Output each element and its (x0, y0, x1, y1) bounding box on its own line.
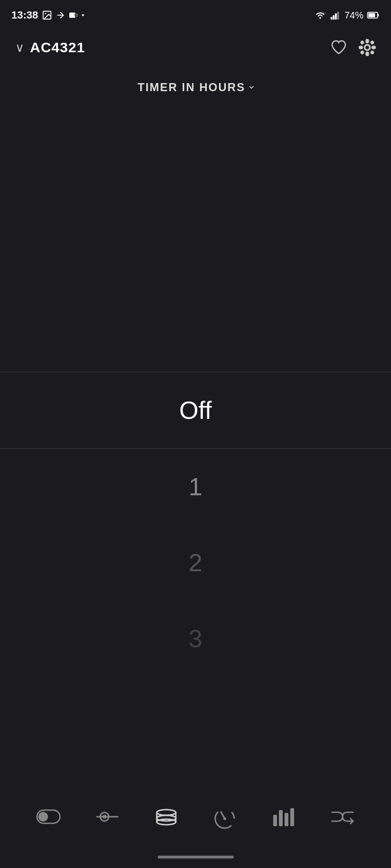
svg-rect-16 (366, 39, 369, 43)
svg-rect-13 (378, 14, 379, 16)
svg-point-29 (157, 810, 176, 815)
svg-rect-22 (361, 51, 364, 54)
svg-rect-42 (290, 808, 294, 826)
svg-rect-20 (361, 41, 364, 44)
back-chevron-icon[interactable]: ∨ (15, 40, 24, 55)
picker-item-2[interactable]: 2 (0, 525, 391, 601)
nav-slider[interactable] (95, 804, 120, 829)
svg-point-5 (319, 17, 321, 19)
svg-rect-9 (335, 13, 337, 19)
nav-stack[interactable] (154, 804, 179, 829)
svg-text:↑↓: ↑↓ (323, 11, 326, 14)
svg-point-38 (223, 817, 226, 820)
battery-icon (367, 10, 380, 20)
wifi-icon: ↑↓ (314, 10, 326, 20)
svg-rect-41 (285, 813, 288, 826)
svg-rect-23 (371, 51, 374, 54)
svg-point-1 (45, 13, 47, 14)
svg-rect-21 (371, 41, 374, 44)
picker-item-off[interactable]: Off (0, 372, 391, 448)
status-right: ↑↓ 74% (314, 10, 380, 21)
device-title: AC4321 (30, 39, 85, 56)
home-indicator (158, 856, 234, 859)
arrow-icon (55, 10, 66, 20)
status-time: 13:38 • (11, 9, 84, 21)
picker-item-1[interactable]: 1 (0, 449, 391, 525)
picker-item-3[interactable]: 3 (0, 601, 391, 677)
svg-rect-17 (366, 52, 369, 56)
bottom-nav-icons (0, 773, 391, 856)
svg-rect-40 (279, 810, 283, 826)
timer-chevron-icon: › (246, 85, 258, 89)
svg-rect-8 (333, 15, 334, 19)
time-display: 13:38 (11, 9, 38, 21)
favorite-icon[interactable] (330, 39, 347, 56)
status-icons-left: • (42, 10, 84, 20)
svg-rect-10 (337, 12, 339, 19)
header-left[interactable]: ∨ AC4321 (15, 39, 85, 56)
notification-dot: • (82, 11, 84, 19)
status-bar: 13:38 • ↑↓ 74% (0, 0, 391, 28)
signal-icon (330, 10, 341, 20)
svg-rect-39 (273, 815, 277, 826)
teams-icon (68, 10, 79, 20)
svg-point-28 (103, 815, 106, 819)
picker-value-3: 3 (189, 624, 202, 653)
picker-value-2: 2 (189, 548, 202, 577)
svg-rect-19 (372, 47, 375, 49)
header-right (330, 39, 376, 56)
bottom-nav (0, 773, 391, 868)
nav-gauge[interactable] (212, 804, 237, 829)
svg-rect-18 (359, 47, 362, 49)
battery-text: 74% (344, 10, 363, 21)
settings-icon[interactable] (359, 39, 376, 56)
svg-rect-3 (69, 13, 76, 18)
picker-value-off: Off (179, 396, 211, 425)
picker-value-1: 1 (189, 472, 202, 501)
nav-chart[interactable] (271, 804, 296, 829)
timer-label-row[interactable]: TIMER IN HOURS › (0, 66, 391, 99)
timer-label: TIMER IN HOURS (138, 81, 246, 94)
image-icon (42, 10, 52, 20)
nav-toggle[interactable] (36, 804, 61, 829)
svg-point-25 (38, 812, 48, 821)
svg-rect-7 (331, 17, 333, 19)
svg-point-35 (157, 819, 176, 825)
picker-area[interactable]: Off 1 2 3 (0, 275, 391, 773)
svg-rect-12 (369, 13, 375, 18)
svg-rect-4 (75, 13, 78, 17)
header: ∨ AC4321 (0, 28, 391, 66)
nav-shuffle[interactable] (330, 804, 355, 829)
